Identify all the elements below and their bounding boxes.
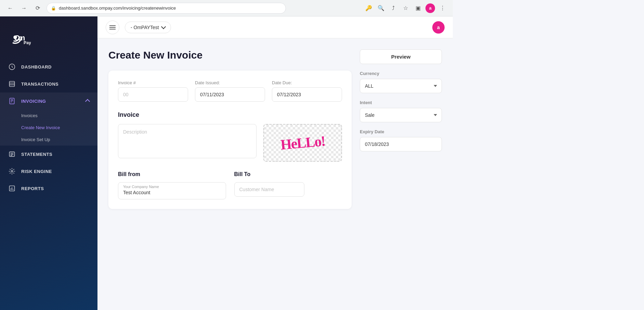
account-name: - OmPAYTest bbox=[131, 25, 159, 30]
account-chevron-icon bbox=[161, 24, 166, 29]
invoice-body-row: HeLLo! bbox=[118, 124, 342, 162]
reports-label: REPORTS bbox=[21, 186, 44, 191]
zoom-icon[interactable]: 🔍 bbox=[376, 3, 386, 13]
invoicing-section: INVOICING Invoices Create New Invoice In… bbox=[0, 92, 97, 146]
sidebar-item-invoicing[interactable]: INVOICING bbox=[0, 92, 97, 110]
invoicing-label: INVOICING bbox=[21, 99, 46, 104]
transactions-label: TRANSACTIONS bbox=[21, 82, 58, 87]
date-due-label: Date Due: bbox=[272, 80, 342, 85]
invoice-header-row: Invoice # Date Issued: Date Due: bbox=[118, 80, 342, 102]
date-due-group: Date Due: bbox=[272, 80, 342, 102]
logo: m O Pay bbox=[0, 16, 97, 58]
intent-select[interactable]: Sale Refund Authorization bbox=[360, 108, 442, 122]
back-button[interactable]: ← bbox=[5, 3, 15, 13]
expiry-date-input[interactable] bbox=[360, 137, 442, 151]
right-panel: Preview Currency ALL USD EUR GBP bbox=[360, 49, 442, 299]
bookmark-icon[interactable]: ☆ bbox=[401, 3, 410, 13]
sidebar-item-reports[interactable]: REPORTS bbox=[0, 180, 97, 197]
invoice-number-label: Invoice # bbox=[118, 80, 188, 85]
main-content: - OmPAYTest a Create New Invoice Invoice… bbox=[97, 16, 453, 310]
currency-label: Currency bbox=[360, 71, 442, 76]
sidebar-item-risk-engine[interactable]: RISK ENGINE bbox=[0, 163, 97, 180]
url-text: dashboard.sandbox.ompay.com/invoicing/cr… bbox=[59, 5, 176, 11]
browser-chrome: ← → ⟳ 🔒 dashboard.sandbox.ompay.com/invo… bbox=[0, 0, 453, 16]
date-due-input[interactable] bbox=[272, 87, 342, 102]
risk-engine-icon bbox=[8, 168, 16, 175]
invoice-number-group: Invoice # bbox=[118, 80, 188, 102]
page-title: Create New Invoice bbox=[108, 49, 352, 61]
currency-select[interactable]: ALL USD EUR GBP bbox=[360, 79, 442, 93]
bill-to-section: Bill To bbox=[234, 171, 342, 199]
svg-rect-7 bbox=[10, 82, 15, 87]
invoicing-chevron-up bbox=[85, 99, 90, 104]
invoice-set-up-label: Invoice Set Up bbox=[21, 137, 50, 142]
currency-group: Currency ALL USD EUR GBP bbox=[360, 71, 442, 93]
sidebar: m O Pay DASHBOARD bbox=[0, 16, 97, 310]
sidebar-item-create-new-invoice[interactable]: Create New Invoice bbox=[0, 122, 97, 134]
currency-select-wrapper: ALL USD EUR GBP bbox=[360, 79, 442, 93]
company-name-input[interactable] bbox=[123, 190, 221, 195]
share-icon[interactable]: ⤴ bbox=[389, 3, 398, 13]
ompay-logo-svg: m O Pay bbox=[7, 25, 31, 49]
intent-select-wrapper: Sale Refund Authorization bbox=[360, 108, 442, 122]
dashboard-icon bbox=[8, 63, 16, 71]
bill-row: Bill from Your Company Name Bill To bbox=[118, 171, 342, 199]
company-name-input-wrapper: Your Company Name bbox=[118, 182, 226, 199]
account-selector[interactable]: - OmPAYTest bbox=[125, 22, 171, 33]
date-issued-group: Date Issued: bbox=[195, 80, 265, 102]
date-issued-input[interactable] bbox=[195, 87, 265, 102]
preview-button[interactable]: Preview bbox=[360, 49, 442, 64]
svg-point-18 bbox=[11, 171, 13, 172]
window-icon[interactable]: ▣ bbox=[413, 3, 423, 13]
topbar: - OmPAYTest a bbox=[97, 16, 453, 38]
transactions-icon bbox=[8, 80, 16, 88]
browser-actions: 🔑 🔍 ⤴ ☆ ▣ a ⋮ bbox=[364, 3, 447, 13]
intent-group: Intent Sale Refund Authorization bbox=[360, 100, 442, 122]
intent-label: Intent bbox=[360, 100, 442, 105]
svg-text:Pay: Pay bbox=[24, 40, 31, 45]
key-icon[interactable]: 🔑 bbox=[364, 3, 373, 13]
menu-button[interactable] bbox=[106, 21, 119, 34]
form-area: Create New Invoice Invoice # Date Issued… bbox=[108, 49, 352, 299]
logo-preview: HeLLo! bbox=[263, 124, 342, 162]
sidebar-item-invoice-set-up[interactable]: Invoice Set Up bbox=[0, 134, 97, 146]
invoices-label: Invoices bbox=[21, 113, 38, 118]
statements-label: STATEMENTS bbox=[21, 152, 52, 157]
reports-icon bbox=[8, 185, 16, 192]
bill-from-section: Bill from Your Company Name bbox=[118, 171, 226, 199]
sidebar-item-invoices[interactable]: Invoices bbox=[0, 110, 97, 122]
sidebar-item-statements[interactable]: STATEMENTS bbox=[0, 146, 97, 163]
invoicing-icon bbox=[8, 97, 16, 105]
invoice-section: Invoice HeLLo! bbox=[118, 111, 342, 162]
address-bar[interactable]: 🔒 dashboard.sandbox.ompay.com/invoicing/… bbox=[47, 3, 286, 14]
browser-profile[interactable]: a bbox=[425, 3, 435, 13]
svg-text:O: O bbox=[14, 33, 20, 42]
invoice-number-input[interactable] bbox=[118, 87, 188, 102]
reload-button[interactable]: ⟳ bbox=[33, 3, 42, 13]
expiry-date-label: Expiry Date bbox=[360, 129, 442, 134]
sidebar-item-transactions[interactable]: TRANSACTIONS bbox=[0, 75, 97, 92]
page-content: Create New Invoice Invoice # Date Issued… bbox=[97, 38, 453, 310]
lock-icon: 🔒 bbox=[51, 6, 56, 11]
more-options-icon[interactable]: ⋮ bbox=[438, 3, 447, 13]
expiry-date-group: Expiry Date bbox=[360, 129, 442, 151]
invoice-form-card: Invoice # Date Issued: Date Due: bbox=[108, 71, 352, 209]
invoice-section-title: Invoice bbox=[118, 111, 342, 119]
dashboard-label: DASHBOARD bbox=[21, 64, 52, 70]
date-issued-label: Date Issued: bbox=[195, 80, 265, 85]
create-new-invoice-label: Create New Invoice bbox=[21, 125, 60, 130]
hamburger-icon bbox=[109, 25, 116, 30]
forward-button[interactable]: → bbox=[19, 3, 29, 13]
bill-from-title: Bill from bbox=[118, 171, 226, 177]
logo-hello-text: HeLLo! bbox=[280, 133, 326, 153]
invoicing-submenu: Invoices Create New Invoice Invoice Set … bbox=[0, 110, 97, 146]
bill-to-title: Bill To bbox=[234, 171, 342, 177]
company-name-label: Your Company Name bbox=[123, 185, 221, 189]
customer-name-input[interactable] bbox=[234, 182, 304, 197]
sidebar-item-dashboard[interactable]: DASHBOARD bbox=[0, 58, 97, 75]
description-textarea[interactable] bbox=[118, 124, 257, 158]
risk-engine-label: RISK ENGINE bbox=[21, 169, 52, 174]
topbar-avatar[interactable]: a bbox=[432, 21, 445, 34]
statements-icon bbox=[8, 150, 16, 158]
